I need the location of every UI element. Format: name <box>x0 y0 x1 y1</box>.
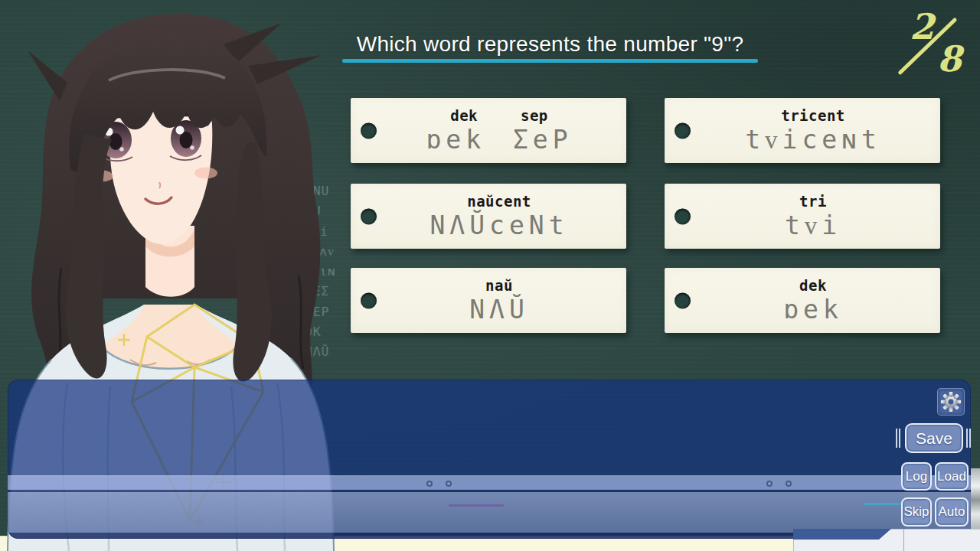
question-text: Which word represents the number "9"? <box>342 32 758 57</box>
purple-pen-line <box>449 504 504 507</box>
screw-icon <box>766 481 773 487</box>
game-screen: 1 = UNU 2 = ƉU 3 = tᴠi 4 = ᴋᴠʌᴠ 5 = ᴋᴠιɴ… <box>0 0 980 551</box>
progress-total: 8 <box>937 38 962 80</box>
card-word-script: ɒek ΣeP <box>426 126 572 154</box>
question-underline <box>342 59 758 63</box>
desk-band-main <box>8 492 971 533</box>
card-hole <box>675 292 691 308</box>
card-hole <box>675 122 691 139</box>
settings-button[interactable] <box>937 388 965 416</box>
load-button[interactable]: Load <box>935 462 969 491</box>
log-button[interactable]: Log <box>901 462 932 491</box>
card-word-script: tᴠiceɴt <box>745 126 881 154</box>
save-ornament-left <box>896 429 897 448</box>
screw-icon <box>446 481 452 487</box>
save-button[interactable]: Save <box>905 423 963 453</box>
card-hole <box>361 208 377 224</box>
answer-card-naucent[interactable]: naŭcent NΛŬceNt <box>351 184 626 249</box>
gear-icon <box>939 390 962 413</box>
desk-band-top <box>8 477 971 490</box>
card-word-script: ɒek <box>783 296 843 324</box>
progress-counter: 2 8 <box>888 5 974 83</box>
card-word-script: NΛŬceNt <box>430 212 568 240</box>
skip-button[interactable]: Skip <box>901 497 932 527</box>
card-label-latin: naŭcent <box>467 193 531 210</box>
card-word-script: NΛŬ <box>469 296 529 324</box>
cyan-pen-line <box>864 503 903 505</box>
auto-button[interactable]: Auto <box>935 497 969 527</box>
dialogue-box-tab <box>793 529 891 540</box>
answer-card-nau[interactable]: naŭ NΛŬ <box>351 268 626 333</box>
save-ornament-right <box>966 429 968 448</box>
card-word-script: tᴠi <box>785 212 841 240</box>
table-edge-line <box>903 529 904 551</box>
answer-card-tricent[interactable]: tricent tᴠiceɴt <box>665 98 940 163</box>
card-label-latin: tricent <box>781 107 845 124</box>
dialogue-box[interactable] <box>8 380 971 539</box>
screw-icon <box>426 481 433 487</box>
card-label-latin: tri <box>799 193 827 210</box>
answer-card-tri[interactable]: tri tᴠi <box>665 184 940 249</box>
card-label-latin: dek sep <box>450 107 548 124</box>
answer-card-dek[interactable]: dek ɒek <box>665 268 940 333</box>
card-hole <box>361 292 377 308</box>
answer-card-dek-sep[interactable]: dek sep ɒek ΣeP <box>351 98 626 163</box>
screw-icon <box>786 481 792 487</box>
card-hole <box>675 208 691 224</box>
card-label-latin: dek <box>799 277 827 294</box>
card-label-latin: naŭ <box>485 277 513 294</box>
card-hole <box>361 122 377 139</box>
